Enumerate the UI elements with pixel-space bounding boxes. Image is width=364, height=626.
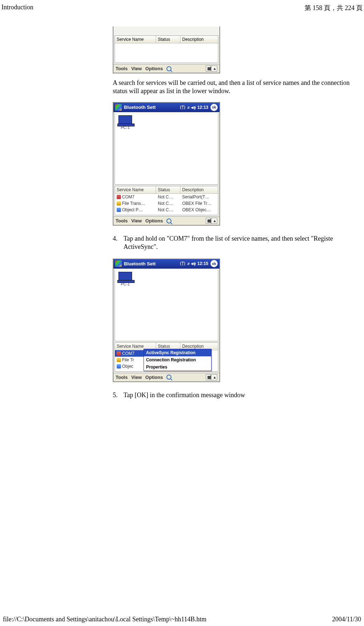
step-text-4: Tap and hold on "COM7" from the list of … <box>123 235 364 251</box>
table-row[interactable]: COM7 Not C… SerialPort(T… <box>115 194 218 200</box>
signal-icon[interactable]: ⟮ᛉ⟯ ⇄ ◀ẹ <box>179 261 196 266</box>
col-service-name[interactable]: Service Name <box>115 186 156 193</box>
service-table-header: Service Name Status Description <box>115 186 218 194</box>
col-description[interactable]: Description <box>180 36 218 43</box>
context-menu: ActiveSync Registration Connection Regis… <box>144 349 212 371</box>
paragraph-1: A search for services will be carried ou… <box>113 79 364 95</box>
bottom-bar: Tools View Options ▦▏▴ <box>113 373 219 381</box>
clock[interactable]: 12:13 <box>197 105 208 110</box>
context-menu-header[interactable]: ActiveSync Registration <box>144 349 211 356</box>
object-push-icon <box>117 364 121 369</box>
service-table-header: Service Name Status Description <box>115 35 218 43</box>
menu-view[interactable]: View <box>131 375 142 380</box>
screenshot-2: Bluetooth Sett ⟮ᛉ⟯ ⇄ ◀ẹ 12:15 ok PC-1 Se… <box>113 259 220 382</box>
clock[interactable]: 12:15 <box>197 261 208 266</box>
device-pc1[interactable]: PC-1 <box>117 272 134 286</box>
search-icon[interactable] <box>166 66 171 71</box>
status-icons: ⟮ᛉ⟯ ⇄ ◀ẹ 12:15 <box>179 261 208 266</box>
file-transfer-icon <box>117 201 121 206</box>
service-table-body <box>115 43 218 63</box>
menu-view[interactable]: View <box>131 218 142 223</box>
device-pane[interactable]: PC-1 <box>115 113 218 185</box>
col-description[interactable]: Description <box>180 186 218 193</box>
file-transfer-icon <box>117 358 121 362</box>
sip-button[interactable]: ▦▏▴ <box>206 66 217 72</box>
start-icon[interactable] <box>115 104 122 111</box>
device-pane[interactable]: PC-1 <box>115 270 218 341</box>
laptop-icon <box>118 272 132 281</box>
serial-port-icon <box>117 195 121 199</box>
menu-tools[interactable]: Tools <box>116 218 128 223</box>
start-icon[interactable] <box>115 260 122 267</box>
table-row[interactable]: Object P… Not C… OBEX Objec… <box>115 207 218 213</box>
screenshot-fragment: Service Name Status Description Tools Vi… <box>113 27 220 73</box>
page-info: 第 158 頁，共 224 頁 <box>305 4 363 12</box>
menu-options[interactable]: Options <box>145 375 163 380</box>
context-menu-item-properties[interactable]: Properties <box>144 363 211 371</box>
search-icon[interactable] <box>166 218 171 223</box>
menu-options[interactable]: Options <box>145 218 163 223</box>
ok-button[interactable]: ok <box>210 104 218 111</box>
footer-date: 2004/11/30 <box>332 616 361 623</box>
doc-title: Introduction <box>1 4 33 12</box>
step-number-5: 5. <box>113 391 119 399</box>
col-service-name[interactable]: Service Name <box>115 36 156 43</box>
screenshot-1: Bluetooth Sett ⟮ᛉ⟯ ⇄ ◀ẹ 12:13 ok PC-1 Se… <box>113 102 220 226</box>
laptop-icon <box>118 115 132 125</box>
serial-port-icon <box>117 351 121 356</box>
window-title: Bluetooth Sett <box>124 105 156 110</box>
menu-tools[interactable]: Tools <box>116 375 128 380</box>
signal-icon[interactable]: ⟮ᛉ⟯ ⇄ ◀ẹ <box>179 105 196 110</box>
window-title: Bluetooth Sett <box>124 261 156 266</box>
device-pc1[interactable]: PC-1 <box>117 115 134 130</box>
context-menu-item-connection[interactable]: Connection Registration <box>144 356 211 363</box>
menu-options[interactable]: Options <box>145 66 163 71</box>
sip-button[interactable]: ▦▏▴ <box>206 374 217 380</box>
bottom-bar: Tools View Options ▦▏▴ <box>113 216 219 225</box>
col-status[interactable]: Status <box>156 36 180 43</box>
sip-button[interactable]: ▦▏▴ <box>206 218 217 224</box>
step-number-4: 4. <box>113 235 119 251</box>
object-push-icon <box>117 208 121 212</box>
service-table-body[interactable]: COM7 Not C… SerialPort(T… File Trans… No… <box>115 194 218 215</box>
footer-path: file://C:\Documents and Settings\anitach… <box>3 616 207 623</box>
bottom-bar: Tools View Options ▦▏▴ <box>113 64 219 73</box>
title-bar: Bluetooth Sett ⟮ᛉ⟯ ⇄ ◀ẹ 12:15 ok <box>113 259 219 269</box>
menu-view[interactable]: View <box>131 66 142 71</box>
step-text-5: Tap [OK] in the confirmation message win… <box>123 391 245 399</box>
search-icon[interactable] <box>166 375 171 380</box>
col-status[interactable]: Status <box>156 186 180 193</box>
menu-tools[interactable]: Tools <box>116 66 128 71</box>
service-table-body[interactable]: COM7 File Tr Objec ActiveSync Registrati… <box>115 350 218 372</box>
table-row[interactable]: File Trans… Not C… OBEX File Tr… <box>115 200 218 207</box>
title-bar: Bluetooth Sett ⟮ᛉ⟯ ⇄ ◀ẹ 12:13 ok <box>113 103 219 112</box>
status-icons: ⟮ᛉ⟯ ⇄ ◀ẹ 12:13 <box>179 105 208 110</box>
ok-button[interactable]: ok <box>210 260 218 267</box>
